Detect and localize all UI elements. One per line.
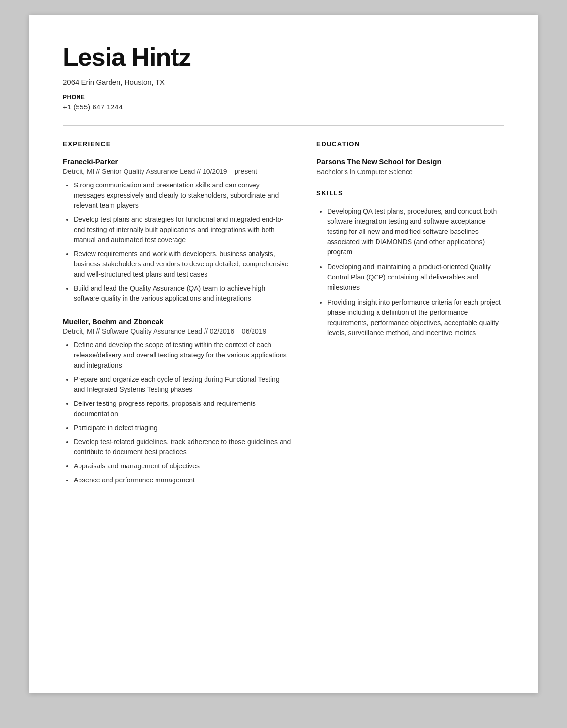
skills-section-title: SKILLS (316, 189, 504, 197)
school-name: Parsons The New School for Design (316, 157, 504, 166)
applicant-name: Lesia Hintz (63, 44, 504, 71)
bullet-item: Define and develop the scope of testing … (74, 340, 292, 371)
skill-item: Developing and maintaining a product-ori… (327, 262, 504, 293)
bullet-item: Participate in defect triaging (74, 423, 292, 433)
job-block-1: Franecki-Parker Detroit, MI // Senior Qu… (63, 157, 292, 304)
header-section: Lesia Hintz 2064 Erin Garden, Houston, T… (63, 44, 504, 111)
bullet-item: Build and lead the Quality Assurance (QA… (74, 283, 292, 304)
job-company-1: Franecki-Parker (63, 157, 292, 166)
resume-page: Lesia Hintz 2064 Erin Garden, Houston, T… (29, 15, 538, 693)
skill-item: Providing insight into performance crite… (327, 297, 504, 338)
job-meta-1: Detroit, MI // Senior Quality Assurance … (63, 168, 292, 175)
section-divider (63, 125, 504, 126)
bullet-item: Strong communication and presentation sk… (74, 180, 292, 211)
skill-item: Developing QA test plans, procedures, an… (327, 206, 504, 257)
job-bullets-2: Define and develop the scope of testing … (63, 340, 292, 485)
job-company-2: Mueller, Boehm and Zboncak (63, 317, 292, 325)
bullet-item: Deliver testing progress reports, propos… (74, 399, 292, 419)
bullet-item: Absence and performance management (74, 475, 292, 485)
experience-section-title: EXPERIENCE (63, 140, 292, 148)
job-bullets-1: Strong communication and presentation sk… (63, 180, 292, 304)
education-section-title: EDUCATION (316, 140, 504, 148)
job-meta-2: Detroit, MI // Software Quality Assuranc… (63, 327, 292, 335)
bullet-item: Prepare and organize each cycle of testi… (74, 374, 292, 395)
phone-value: +1 (555) 647 1244 (63, 103, 504, 111)
bullet-item: Develop test-related guidelines, track a… (74, 437, 292, 457)
bullet-item: Review requirements and work with develo… (74, 249, 292, 279)
two-column-layout: EXPERIENCE Franecki-Parker Detroit, MI /… (63, 140, 504, 499)
bullet-item: Develop test plans and strategies for fu… (74, 215, 292, 245)
degree: Bachelor's in Computer Science (316, 168, 504, 176)
job-block-2: Mueller, Boehm and Zboncak Detroit, MI /… (63, 317, 292, 485)
right-column: EDUCATION Parsons The New School for Des… (316, 140, 504, 499)
education-block: Parsons The New School for Design Bachel… (316, 157, 504, 176)
bullet-item: Appraisals and management of objectives (74, 461, 292, 471)
left-column: EXPERIENCE Franecki-Parker Detroit, MI /… (63, 140, 292, 499)
skills-list: Developing QA test plans, procedures, an… (316, 206, 504, 338)
phone-label: PHONE (63, 94, 504, 101)
address: 2064 Erin Garden, Houston, TX (63, 78, 504, 86)
